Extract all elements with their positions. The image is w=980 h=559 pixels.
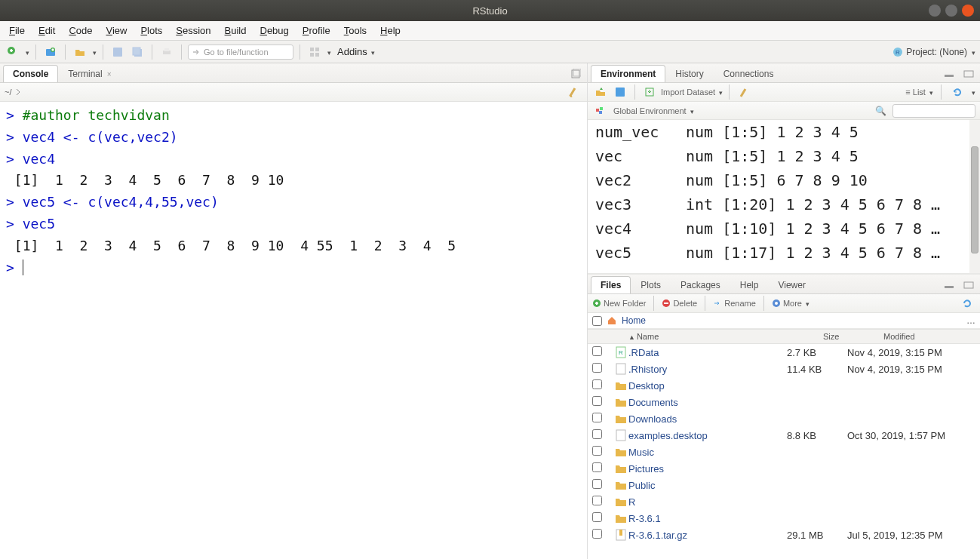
close-icon[interactable]: × — [107, 70, 112, 78]
tab-environment[interactable]: Environment — [591, 65, 665, 82]
menu-build[interactable]: Build — [225, 25, 247, 36]
menu-edit[interactable]: Edit — [38, 25, 55, 36]
pane-detach-icon[interactable] — [567, 66, 584, 82]
rename-button[interactable]: Rename — [713, 299, 756, 308]
more-dropdown[interactable]: More — [772, 299, 809, 308]
file-row[interactable]: R-3.6.1.tar.gz29.1 MBJul 5, 2019, 12:35 … — [588, 527, 980, 543]
file-row[interactable]: Public — [588, 477, 980, 493]
load-workspace-icon[interactable] — [592, 84, 609, 100]
refresh-files-icon[interactable] — [959, 295, 975, 312]
refresh-env-icon[interactable] — [949, 84, 966, 100]
env-var-vec4[interactable]: vec4num [1:10] 1 2 3 4 5 6 7 8 … — [588, 217, 980, 241]
file-checkbox[interactable] — [592, 379, 602, 389]
cwd-arrow-icon[interactable] — [16, 88, 23, 96]
import-dataset-dropdown[interactable]: Import Dataset — [661, 88, 723, 97]
file-checkbox[interactable] — [592, 429, 602, 439]
new-file-icon[interactable] — [5, 44, 21, 60]
file-checkbox[interactable] — [592, 496, 602, 505]
select-all-checkbox[interactable] — [592, 316, 602, 326]
file-checkbox[interactable] — [592, 446, 602, 456]
print-icon[interactable] — [158, 44, 175, 60]
env-view-mode[interactable]: ≡ List — [905, 88, 933, 97]
maximize-button[interactable] — [945, 5, 957, 17]
menu-plots[interactable]: Plots — [140, 25, 162, 36]
file-checkbox[interactable] — [592, 363, 602, 373]
project-selector[interactable]: R Project: (None) — [892, 47, 975, 57]
file-name[interactable]: R-3.6.1.tar.gz — [628, 530, 787, 541]
clear-console-icon[interactable] — [566, 84, 582, 100]
file-name[interactable]: .RData — [628, 347, 787, 358]
delete-button[interactable]: Delete — [662, 299, 697, 308]
file-checkbox[interactable] — [592, 413, 602, 422]
menu-tools[interactable]: Tools — [344, 25, 367, 36]
pane-collapse-icon[interactable] — [941, 277, 957, 293]
tab-viewer[interactable]: Viewer — [768, 276, 815, 293]
tab-history[interactable]: History — [665, 65, 713, 82]
file-row[interactable]: examples.desktop8.8 KBOct 30, 2019, 1:57… — [588, 427, 980, 444]
tab-console[interactable]: Console — [3, 65, 58, 82]
file-name[interactable]: Pictures — [628, 463, 787, 475]
file-row[interactable]: R-3.6.1 — [588, 510, 980, 527]
file-name[interactable]: Public — [628, 480, 787, 491]
pane-collapse-icon[interactable] — [941, 66, 957, 82]
file-name[interactable]: .Rhistory — [628, 364, 787, 375]
file-row[interactable]: Documents — [588, 394, 980, 410]
addins-dropdown[interactable]: Addins — [337, 46, 375, 57]
env-var-vec[interactable]: vecnum [1:5] 1 2 3 4 5 — [588, 144, 980, 168]
console-output[interactable]: > #author techvidvan> vec4 <- c(vec,vec2… — [0, 102, 587, 559]
pane-maximize-icon[interactable] — [960, 66, 977, 82]
new-project-icon[interactable] — [42, 44, 59, 60]
env-scrollbar[interactable] — [969, 120, 980, 273]
file-name[interactable]: Documents — [628, 397, 787, 408]
menu-code[interactable]: Code — [69, 25, 92, 36]
save-icon[interactable] — [109, 44, 126, 60]
col-size-header[interactable]: Size — [819, 330, 879, 343]
file-name[interactable]: examples.desktop — [628, 430, 787, 441]
tab-help[interactable]: Help — [730, 276, 769, 293]
env-var-num_vec[interactable]: num_vecnum [1:5] 1 2 3 4 5 — [588, 120, 980, 144]
refresh-dropdown[interactable] — [970, 88, 975, 97]
file-checkbox[interactable] — [592, 512, 602, 522]
menu-help[interactable]: Help — [380, 25, 401, 36]
panes-dropdown[interactable] — [326, 46, 331, 57]
file-row[interactable]: Desktop — [588, 377, 980, 394]
tab-files[interactable]: Files — [591, 276, 631, 293]
save-all-icon[interactable] — [129, 44, 146, 60]
panes-icon[interactable] — [306, 44, 323, 60]
import-dataset-icon[interactable] — [641, 84, 658, 100]
tab-connections[interactable]: Connections — [714, 65, 784, 82]
minimize-button[interactable] — [929, 5, 941, 17]
clear-workspace-icon[interactable] — [736, 84, 752, 100]
col-modified-header[interactable]: Modified — [879, 330, 980, 343]
env-search-input[interactable] — [892, 104, 975, 118]
file-name[interactable]: R — [628, 496, 787, 508]
new-file-dropdown[interactable] — [24, 46, 29, 57]
menu-file[interactable]: File — [9, 25, 25, 36]
file-row[interactable]: Pictures — [588, 460, 980, 477]
file-checkbox[interactable] — [592, 346, 602, 356]
home-icon[interactable] — [607, 315, 617, 326]
menu-profile[interactable]: Profile — [303, 25, 330, 36]
file-checkbox[interactable] — [592, 462, 602, 472]
menu-debug[interactable]: Debug — [260, 25, 289, 36]
col-name-header[interactable]: ▲Name — [624, 330, 819, 343]
file-name[interactable]: Desktop — [628, 380, 787, 392]
close-button[interactable] — [962, 5, 974, 17]
env-scope-dropdown[interactable]: Global Environment — [613, 106, 694, 115]
file-row[interactable]: R — [588, 493, 980, 510]
file-row[interactable]: Music — [588, 444, 980, 460]
menu-view[interactable]: View — [106, 25, 127, 36]
file-name[interactable]: R-3.6.1 — [628, 513, 787, 524]
open-file-icon[interactable] — [72, 44, 88, 60]
file-name[interactable]: Downloads — [628, 413, 787, 425]
file-row[interactable]: Downloads — [588, 410, 980, 427]
file-row[interactable]: R.RData2.7 KBNov 4, 2019, 3:15 PM — [588, 344, 980, 361]
file-checkbox[interactable] — [592, 529, 602, 539]
file-name[interactable]: Music — [628, 447, 787, 458]
breadcrumb-home[interactable]: Home — [622, 315, 646, 326]
new-folder-button[interactable]: New Folder — [592, 299, 646, 308]
file-checkbox[interactable] — [592, 479, 602, 489]
tab-terminal[interactable]: Terminal× — [58, 65, 121, 82]
file-checkbox[interactable] — [592, 396, 602, 406]
file-row[interactable]: .Rhistory11.4 KBNov 4, 2019, 3:15 PM — [588, 361, 980, 377]
